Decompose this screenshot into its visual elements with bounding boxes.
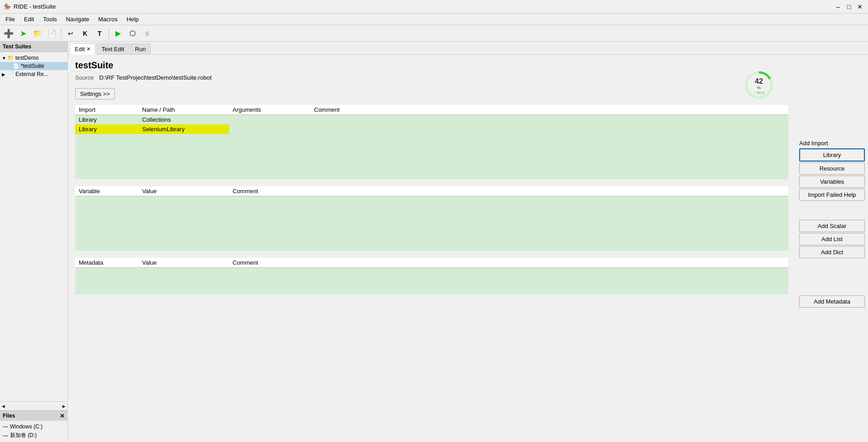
var-col-value: Value [138,186,229,196]
import-empty4 [75,161,788,170]
source-label: Source [75,74,94,81]
import-tbody: Library Collections Library SeleniumLibr… [75,115,788,180]
tab-edit[interactable]: Edit ✕ [70,43,95,55]
add-import-section: Add Import Library Resource Variables Im… [799,140,864,202]
tree-scroll-bar[interactable]: ◂ ▸ [0,401,67,410]
scroll-right[interactable]: ▸ [62,403,66,409]
app-icon: 🏇 [4,3,11,10]
toolbar-new[interactable]: ➕ [2,27,15,40]
tree-item-testsuite[interactable]: 📄 *testSuite [0,62,67,70]
tree-label-external: External Re... [15,71,48,77]
right-buttons-panel: Add Import Library Resource Variables Im… [796,55,868,442]
import-empty3 [75,152,788,161]
variable-table: Variable Value Comment [75,186,788,251]
tree-item-external[interactable]: ▶ 📄 External Re... [0,70,67,78]
add-list-button[interactable]: Add List [799,233,865,245]
meta-col-comment: Comment [229,258,788,268]
arrow-testdemo: ▼ [2,56,7,61]
import-row2-import: Library [75,124,138,134]
meta-empty1 [75,267,788,276]
toolbar-open2[interactable]: ➤ [16,27,30,40]
import-col-arguments: Arguments [229,105,310,115]
files-close-btn[interactable]: ✕ [60,413,65,419]
add-dict-button[interactable]: Add Dict [799,246,865,258]
toolbar-run[interactable]: ▶ [111,27,125,40]
meta-col-value: Value [138,258,229,268]
var-empty5 [75,233,788,242]
files-item-d[interactable]: — 新加卷 (D:) [3,431,65,440]
menu-navigate[interactable]: Navigate [62,15,93,24]
toolbar: ➕ ➤ 📁 📄 ↩ K T ▶ ⬡ ⏸ [0,25,868,42]
suite-header: testSuite Source D:\RF TestProject\testD… [75,60,788,81]
variable-tbody [75,196,788,251]
import-row2-args [229,124,310,134]
var-col-variable: Variable [75,186,138,196]
import-row1-import: Library [75,115,138,125]
import-row2-name: SeleniumLibrary [138,124,229,134]
tab-edit-close[interactable]: ✕ [86,46,91,52]
svg-text:%: % [757,86,761,90]
titlebar: 🏇 RIDE - testSuite – □ ✕ [0,0,868,14]
main-layout: Test Suites ▼ 📁 testDemo 📄 *testSuite ▶ … [0,42,868,442]
variables-button[interactable]: Variables [799,176,865,188]
var-empty6 [75,242,788,251]
toolbar-pause[interactable]: ⏸ [140,27,154,40]
close-button[interactable]: ✕ [855,2,864,11]
tab-text-edit[interactable]: Text Edit [96,43,129,54]
progress-svg: 42 % ↑ 0K/s [743,69,775,101]
files-content: — Windows (C:) — 新加卷 (D:) [0,421,67,442]
separator2 [109,29,109,38]
import-row-collections[interactable]: Library Collections [75,115,788,125]
settings-button[interactable]: Settings >> [75,88,115,100]
import-row-selenium[interactable]: Library SeleniumLibrary [75,124,788,134]
files-label: Files [3,413,15,419]
menu-file[interactable]: File [2,15,19,24]
files-label-windows: Windows (C:) [10,423,43,430]
add-variable-section: Add Scalar Add List Add Dict [799,220,864,259]
tab-run[interactable]: Run [130,43,151,54]
menu-help[interactable]: Help [123,15,143,24]
files-header: Files ✕ [0,411,67,421]
meta-empty3 [75,285,788,295]
menu-edit[interactable]: Edit [20,15,38,24]
toolbar-stop[interactable]: ⬡ [126,27,139,40]
tree-item-testdemo[interactable]: ▼ 📁 testDemo [0,54,67,62]
menubar: File Edit Tools Navigate Macros Help [0,14,868,25]
right-area: Edit ✕ Text Edit Run testSuite Source D:… [68,42,868,442]
add-metadata-section: Add Metadata [799,295,864,309]
metadata-header-row: Metadata Value Comment [75,258,788,268]
section-gap1 [75,179,788,186]
svg-text:↑ 0K/s: ↑ 0K/s [753,90,765,95]
menu-tools[interactable]: Tools [39,15,60,24]
toolbar-k[interactable]: K [78,27,92,40]
var-empty3 [75,214,788,223]
toolbar-undo[interactable]: ↩ [64,27,77,40]
add-metadata-button[interactable]: Add Metadata [799,295,865,308]
resource-button[interactable]: Resource [799,162,865,175]
folder-icon-testdemo: 📁 [7,55,14,61]
var-empty4 [75,223,788,233]
import-failed-help-button[interactable]: Import Failed Help [799,189,865,201]
meta-col-metadata: Metadata [75,258,138,268]
files-item-windows[interactable]: — Windows (C:) [3,423,65,431]
d-icon: — [3,432,8,439]
toolbar-save[interactable]: 📁 [31,27,44,40]
toolbar-t[interactable]: T [93,27,106,40]
meta-empty2 [75,276,788,285]
toolbar-save-all[interactable]: 📄 [45,27,59,40]
scroll-left[interactable]: ◂ [2,403,5,409]
var-col-comment: Comment [229,186,788,196]
library-button[interactable]: Library [799,148,865,162]
menu-macros[interactable]: Macros [95,15,121,24]
source-path: D:\RF TestProject\testDemo\testSuite.rob… [99,74,211,81]
import-table: Import Name / Path Arguments Comment Lib… [75,105,788,179]
progress-circle: 42 % ↑ 0K/s [743,69,775,101]
files-label-d: 新加卷 (D:) [10,432,37,439]
import-col-comment: Comment [310,105,788,115]
add-scalar-button[interactable]: Add Scalar [799,220,865,232]
tab-run-label: Run [135,46,146,52]
minimize-button[interactable]: – [834,2,843,11]
icon-external: 📄 [7,71,14,77]
maximize-button[interactable]: □ [844,2,854,11]
main-content: testSuite Source D:\RF TestProject\testD… [68,55,796,442]
